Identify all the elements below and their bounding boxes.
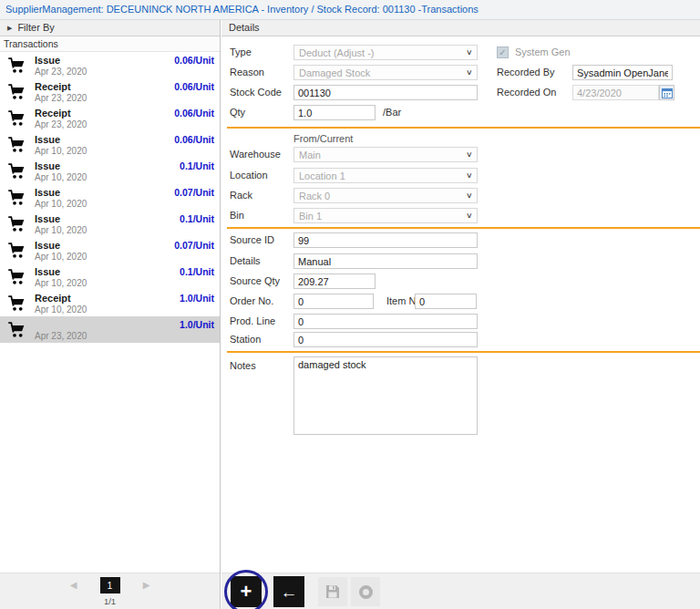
type-value: Deduct (Adjust -) [299, 47, 375, 58]
transaction-type: Issue [35, 160, 180, 172]
prod-line-input[interactable] [293, 314, 478, 329]
list-item[interactable]: Issue Apr 10, 2020 0.07/Unit [0, 184, 220, 211]
from-current-label: From/Current [293, 133, 353, 144]
list-item[interactable]: Issue Apr 10, 2020 0.07/Unit [0, 237, 220, 263]
calendar-button[interactable] [659, 85, 674, 100]
rack-select[interactable]: Rack 0 ∨ [293, 188, 478, 203]
cart-icon [5, 268, 27, 286]
next-page-button[interactable]: ▶ [135, 577, 159, 594]
cart-icon [5, 189, 27, 207]
current-page[interactable]: 1 [100, 577, 120, 594]
chevron-down-icon: ∨ [466, 171, 473, 180]
cart-icon [5, 294, 27, 313]
reason-select[interactable]: Damaged Stock ∨ [293, 65, 478, 80]
filter-by-header[interactable]: ▶ Filter By [0, 20, 220, 36]
transaction-type: Issue [35, 213, 180, 225]
cart-icon [5, 162, 27, 181]
list-item[interactable]: Issue Apr 10, 2020 0.1/Unit [0, 211, 220, 237]
prev-icon: ◀ [70, 580, 77, 590]
details-header: Details [221, 20, 700, 36]
bin-value: Bin 1 [299, 211, 322, 222]
list-item[interactable]: Receipt Apr 23, 2020 0.06/Unit [0, 105, 220, 131]
section-divider [227, 351, 700, 353]
qty-input[interactable] [293, 105, 376, 120]
station-input[interactable] [293, 332, 478, 347]
transaction-date: Apr 10, 2020 [35, 225, 180, 236]
page-info: 1/1 [104, 596, 116, 606]
transaction-value: 1.0/Unit [180, 319, 214, 330]
list-item[interactable]: Issue Apr 10, 2020 0.1/Unit [0, 263, 220, 290]
record-button [351, 577, 380, 606]
recorded-on-label: Recorded On [497, 85, 556, 100]
list-item[interactable]: Issue Apr 23, 2020 0.06/Unit [0, 52, 220, 78]
rack-label: Rack [230, 188, 252, 203]
warehouse-label: Warehouse [230, 147, 281, 162]
order-no-input[interactable] [293, 294, 374, 309]
type-select[interactable]: Deduct (Adjust -) ∨ [293, 45, 478, 60]
list-item[interactable]: Issue Apr 10, 2020 0.1/Unit [0, 158, 220, 184]
bin-select[interactable]: Bin 1 ∨ [293, 208, 478, 223]
transaction-date: Apr 23, 2020 [35, 67, 174, 77]
chevron-down-icon: ∨ [466, 191, 473, 200]
chevron-down-icon: ∨ [466, 150, 473, 159]
transaction-type: Issue [35, 240, 174, 252]
app-window: SupplierManagement: DECEUNINCK NORTH AME… [0, 0, 700, 609]
source-qty-label: Source Qty [230, 274, 280, 289]
transaction-value: 0.1/Unit [180, 213, 214, 224]
check-icon: ✓ [499, 47, 506, 57]
cart-icon [5, 242, 27, 260]
item-no-input[interactable] [415, 294, 477, 309]
transaction-value: 0.06/Unit [174, 108, 214, 119]
system-gen-label: System Gen [515, 45, 571, 60]
filter-by-label: Filter By [17, 20, 54, 36]
rack-value: Rack 0 [299, 191, 330, 201]
source-id-label: Source ID [230, 232, 274, 248]
list-item[interactable]: Receipt Apr 10, 2020 1.0/Unit [0, 290, 220, 316]
transaction-value: 0.06/Unit [174, 81, 214, 92]
transactions-header: Transactions [0, 36, 220, 52]
chevron-down-icon: ∨ [466, 212, 473, 220]
transaction-value: 0.06/Unit [174, 55, 214, 66]
transaction-date: Apr 10, 2020 [35, 172, 180, 183]
transaction-type [35, 320, 180, 331]
list-item[interactable]: Receipt Apr 23, 2020 0.06/Unit [0, 78, 220, 105]
transaction-date: Apr 23, 2020 [35, 93, 174, 104]
reason-label: Reason [230, 65, 264, 80]
notes-textarea[interactable]: damaged stock [293, 356, 478, 435]
list-item[interactable]: Issue Apr 10, 2020 0.06/Unit [0, 131, 220, 158]
details-input[interactable] [293, 253, 478, 269]
recorded-by-label: Recorded By [497, 65, 555, 80]
stock-code-input[interactable] [293, 85, 478, 100]
transactions-panel: ▶ Filter By Transactions Issue Apr 23, 2… [0, 20, 221, 609]
order-no-label: Order No. [230, 294, 273, 309]
cart-icon [5, 215, 27, 233]
recorded-by-input[interactable] [572, 65, 673, 80]
prod-line-label: Prod. Line [230, 314, 275, 329]
list-item[interactable]: Apr 23, 2020 1.0/Unit [0, 316, 220, 343]
reason-value: Damaged Stock [299, 67, 370, 78]
next-icon: ▶ [143, 580, 150, 590]
back-button[interactable]: ← [273, 576, 304, 607]
transaction-type: Receipt [35, 108, 174, 119]
transaction-value: 1.0/Unit [180, 293, 214, 304]
transaction-type: Issue [35, 266, 180, 278]
add-button[interactable]: + [231, 576, 262, 607]
location-select[interactable]: Location 1 ∨ [293, 168, 478, 183]
save-icon [325, 584, 340, 599]
source-qty-input[interactable] [293, 274, 376, 289]
transaction-type: Issue [35, 55, 174, 67]
toolbar: + ← [221, 573, 700, 609]
section-divider [227, 127, 700, 129]
transaction-value: 0.06/Unit [174, 134, 214, 145]
calendar-icon [662, 88, 673, 98]
system-gen-checkbox[interactable]: ✓ [497, 46, 509, 58]
recorded-on-input[interactable] [572, 85, 659, 100]
transaction-date: Apr 23, 2020 [35, 119, 174, 130]
prev-page-button[interactable]: ◀ [62, 577, 86, 594]
transaction-value: 0.1/Unit [180, 266, 214, 277]
warehouse-select[interactable]: Main ∨ [293, 147, 478, 162]
transaction-date: Apr 10, 2020 [35, 304, 180, 315]
transaction-date: Apr 10, 2020 [35, 146, 174, 157]
circle-icon [359, 585, 373, 599]
source-id-input[interactable] [293, 232, 478, 248]
